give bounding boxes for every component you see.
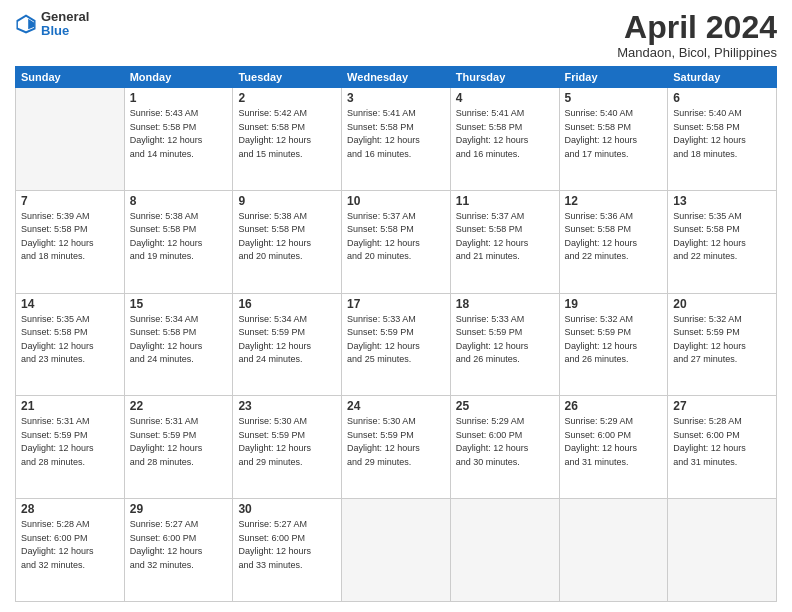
day-number: 5 [565, 91, 663, 105]
day-number: 11 [456, 194, 554, 208]
day-number: 13 [673, 194, 771, 208]
calendar-table: SundayMondayTuesdayWednesdayThursdayFrid… [15, 66, 777, 602]
day-number: 18 [456, 297, 554, 311]
day-info: Sunrise: 5:36 AM Sunset: 5:58 PM Dayligh… [565, 210, 663, 264]
day-info: Sunrise: 5:27 AM Sunset: 6:00 PM Dayligh… [238, 518, 336, 572]
header: General Blue April 2024 Mandaon, Bicol, … [15, 10, 777, 60]
day-info: Sunrise: 5:39 AM Sunset: 5:58 PM Dayligh… [21, 210, 119, 264]
day-number: 20 [673, 297, 771, 311]
weekday-header-cell: Wednesday [342, 67, 451, 88]
calendar-cell: 27Sunrise: 5:28 AM Sunset: 6:00 PM Dayli… [668, 396, 777, 499]
calendar-cell: 3Sunrise: 5:41 AM Sunset: 5:58 PM Daylig… [342, 88, 451, 191]
day-info: Sunrise: 5:30 AM Sunset: 5:59 PM Dayligh… [238, 415, 336, 469]
weekday-header-cell: Friday [559, 67, 668, 88]
day-number: 12 [565, 194, 663, 208]
day-info: Sunrise: 5:42 AM Sunset: 5:58 PM Dayligh… [238, 107, 336, 161]
day-info: Sunrise: 5:38 AM Sunset: 5:58 PM Dayligh… [238, 210, 336, 264]
calendar-cell: 22Sunrise: 5:31 AM Sunset: 5:59 PM Dayli… [124, 396, 233, 499]
day-info: Sunrise: 5:43 AM Sunset: 5:58 PM Dayligh… [130, 107, 228, 161]
calendar-week-row: 21Sunrise: 5:31 AM Sunset: 5:59 PM Dayli… [16, 396, 777, 499]
day-number: 14 [21, 297, 119, 311]
calendar-cell [668, 499, 777, 602]
day-number: 6 [673, 91, 771, 105]
calendar-header: SundayMondayTuesdayWednesdayThursdayFrid… [16, 67, 777, 88]
day-info: Sunrise: 5:35 AM Sunset: 5:58 PM Dayligh… [21, 313, 119, 367]
calendar-cell: 8Sunrise: 5:38 AM Sunset: 5:58 PM Daylig… [124, 190, 233, 293]
logo-general-text: General [41, 10, 89, 24]
calendar-cell: 28Sunrise: 5:28 AM Sunset: 6:00 PM Dayli… [16, 499, 125, 602]
calendar-cell: 9Sunrise: 5:38 AM Sunset: 5:58 PM Daylig… [233, 190, 342, 293]
weekday-header-row: SundayMondayTuesdayWednesdayThursdayFrid… [16, 67, 777, 88]
calendar-cell: 6Sunrise: 5:40 AM Sunset: 5:58 PM Daylig… [668, 88, 777, 191]
calendar-cell: 16Sunrise: 5:34 AM Sunset: 5:59 PM Dayli… [233, 293, 342, 396]
day-number: 10 [347, 194, 445, 208]
day-number: 30 [238, 502, 336, 516]
day-number: 22 [130, 399, 228, 413]
calendar-cell: 25Sunrise: 5:29 AM Sunset: 6:00 PM Dayli… [450, 396, 559, 499]
day-number: 3 [347, 91, 445, 105]
calendar-cell: 1Sunrise: 5:43 AM Sunset: 5:58 PM Daylig… [124, 88, 233, 191]
calendar-body: 1Sunrise: 5:43 AM Sunset: 5:58 PM Daylig… [16, 88, 777, 602]
calendar-cell: 12Sunrise: 5:36 AM Sunset: 5:58 PM Dayli… [559, 190, 668, 293]
calendar-cell: 24Sunrise: 5:30 AM Sunset: 5:59 PM Dayli… [342, 396, 451, 499]
day-info: Sunrise: 5:40 AM Sunset: 5:58 PM Dayligh… [673, 107, 771, 161]
calendar-week-row: 7Sunrise: 5:39 AM Sunset: 5:58 PM Daylig… [16, 190, 777, 293]
calendar-week-row: 1Sunrise: 5:43 AM Sunset: 5:58 PM Daylig… [16, 88, 777, 191]
day-info: Sunrise: 5:37 AM Sunset: 5:58 PM Dayligh… [456, 210, 554, 264]
day-info: Sunrise: 5:28 AM Sunset: 6:00 PM Dayligh… [21, 518, 119, 572]
day-number: 25 [456, 399, 554, 413]
title-block: April 2024 Mandaon, Bicol, Philippines [617, 10, 777, 60]
day-number: 26 [565, 399, 663, 413]
weekday-header-cell: Monday [124, 67, 233, 88]
day-number: 8 [130, 194, 228, 208]
calendar-cell: 7Sunrise: 5:39 AM Sunset: 5:58 PM Daylig… [16, 190, 125, 293]
day-info: Sunrise: 5:38 AM Sunset: 5:58 PM Dayligh… [130, 210, 228, 264]
day-info: Sunrise: 5:31 AM Sunset: 5:59 PM Dayligh… [21, 415, 119, 469]
day-info: Sunrise: 5:40 AM Sunset: 5:58 PM Dayligh… [565, 107, 663, 161]
day-number: 15 [130, 297, 228, 311]
weekday-header-cell: Thursday [450, 67, 559, 88]
weekday-header-cell: Tuesday [233, 67, 342, 88]
calendar-cell: 13Sunrise: 5:35 AM Sunset: 5:58 PM Dayli… [668, 190, 777, 293]
day-info: Sunrise: 5:32 AM Sunset: 5:59 PM Dayligh… [565, 313, 663, 367]
page: General Blue April 2024 Mandaon, Bicol, … [0, 0, 792, 612]
calendar-cell: 26Sunrise: 5:29 AM Sunset: 6:00 PM Dayli… [559, 396, 668, 499]
day-number: 1 [130, 91, 228, 105]
day-info: Sunrise: 5:41 AM Sunset: 5:58 PM Dayligh… [347, 107, 445, 161]
day-number: 28 [21, 502, 119, 516]
calendar-cell: 29Sunrise: 5:27 AM Sunset: 6:00 PM Dayli… [124, 499, 233, 602]
logo: General Blue [15, 10, 89, 39]
calendar-cell [559, 499, 668, 602]
location: Mandaon, Bicol, Philippines [617, 45, 777, 60]
day-info: Sunrise: 5:28 AM Sunset: 6:00 PM Dayligh… [673, 415, 771, 469]
day-info: Sunrise: 5:31 AM Sunset: 5:59 PM Dayligh… [130, 415, 228, 469]
logo-icon [15, 13, 37, 35]
day-number: 23 [238, 399, 336, 413]
day-info: Sunrise: 5:27 AM Sunset: 6:00 PM Dayligh… [130, 518, 228, 572]
day-number: 4 [456, 91, 554, 105]
day-number: 16 [238, 297, 336, 311]
day-info: Sunrise: 5:29 AM Sunset: 6:00 PM Dayligh… [456, 415, 554, 469]
day-info: Sunrise: 5:35 AM Sunset: 5:58 PM Dayligh… [673, 210, 771, 264]
calendar-cell: 4Sunrise: 5:41 AM Sunset: 5:58 PM Daylig… [450, 88, 559, 191]
day-number: 17 [347, 297, 445, 311]
calendar-cell: 5Sunrise: 5:40 AM Sunset: 5:58 PM Daylig… [559, 88, 668, 191]
calendar-cell: 20Sunrise: 5:32 AM Sunset: 5:59 PM Dayli… [668, 293, 777, 396]
day-info: Sunrise: 5:33 AM Sunset: 5:59 PM Dayligh… [347, 313, 445, 367]
logo-blue-text: Blue [41, 24, 89, 38]
calendar-week-row: 28Sunrise: 5:28 AM Sunset: 6:00 PM Dayli… [16, 499, 777, 602]
weekday-header-cell: Saturday [668, 67, 777, 88]
day-info: Sunrise: 5:37 AM Sunset: 5:58 PM Dayligh… [347, 210, 445, 264]
calendar-cell [342, 499, 451, 602]
day-info: Sunrise: 5:30 AM Sunset: 5:59 PM Dayligh… [347, 415, 445, 469]
day-info: Sunrise: 5:34 AM Sunset: 5:59 PM Dayligh… [238, 313, 336, 367]
weekday-header-cell: Sunday [16, 67, 125, 88]
day-number: 9 [238, 194, 336, 208]
calendar-cell: 10Sunrise: 5:37 AM Sunset: 5:58 PM Dayli… [342, 190, 451, 293]
calendar-cell: 23Sunrise: 5:30 AM Sunset: 5:59 PM Dayli… [233, 396, 342, 499]
calendar-cell: 2Sunrise: 5:42 AM Sunset: 5:58 PM Daylig… [233, 88, 342, 191]
month-title: April 2024 [617, 10, 777, 45]
calendar-cell: 15Sunrise: 5:34 AM Sunset: 5:58 PM Dayli… [124, 293, 233, 396]
calendar-cell [16, 88, 125, 191]
calendar-cell: 14Sunrise: 5:35 AM Sunset: 5:58 PM Dayli… [16, 293, 125, 396]
